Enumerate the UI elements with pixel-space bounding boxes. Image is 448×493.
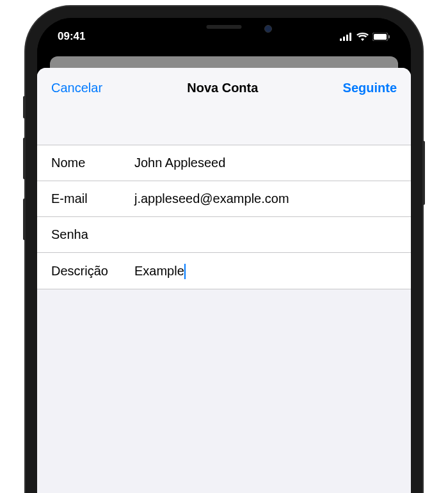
- status-icons: [340, 28, 390, 41]
- battery-icon: [372, 33, 390, 41]
- wifi-icon: [356, 33, 369, 41]
- description-value: Example: [134, 264, 184, 278]
- password-label: Senha: [51, 227, 134, 242]
- svg-rect-1: [343, 36, 345, 41]
- modal-sheet: Cancelar Nova Conta Seguinte Nome John A…: [37, 68, 411, 493]
- email-label: E-mail: [51, 191, 134, 206]
- description-label: Descrição: [51, 264, 134, 279]
- cancel-button[interactable]: Cancelar: [51, 81, 102, 95]
- svg-rect-0: [340, 38, 342, 41]
- phone-side-buttons: [23, 96, 26, 259]
- nav-bar: Cancelar Nova Conta Seguinte: [37, 68, 411, 145]
- screen: 09:41: [37, 18, 411, 493]
- content-area: Cancelar Nova Conta Seguinte Nome John A…: [37, 50, 411, 493]
- next-button[interactable]: Seguinte: [343, 81, 397, 95]
- form-row-description[interactable]: Descrição Example: [37, 253, 411, 289]
- form-row-email[interactable]: E-mail j.appleseed@example.com: [37, 181, 411, 217]
- svg-rect-2: [346, 35, 348, 41]
- nav-title: Nova Conta: [187, 81, 258, 95]
- svg-rect-3: [349, 33, 351, 41]
- phone-power-button: [422, 141, 425, 205]
- phone-frame: 09:41: [26, 6, 422, 493]
- name-field[interactable]: John Appleseed: [134, 156, 397, 170]
- description-field[interactable]: Example: [134, 264, 397, 279]
- email-field[interactable]: j.appleseed@example.com: [134, 191, 397, 206]
- form-row-name[interactable]: Nome John Appleseed: [37, 145, 411, 181]
- svg-rect-6: [388, 35, 390, 38]
- notch: [157, 18, 291, 40]
- cellular-signal-icon: [340, 33, 353, 41]
- status-time: 09:41: [58, 25, 85, 43]
- text-cursor-icon: [184, 264, 186, 279]
- form-row-password[interactable]: Senha: [37, 217, 411, 253]
- form-section: Nome John Appleseed E-mail j.appleseed@e…: [37, 145, 411, 289]
- name-label: Nome: [51, 156, 134, 170]
- svg-rect-5: [374, 34, 387, 40]
